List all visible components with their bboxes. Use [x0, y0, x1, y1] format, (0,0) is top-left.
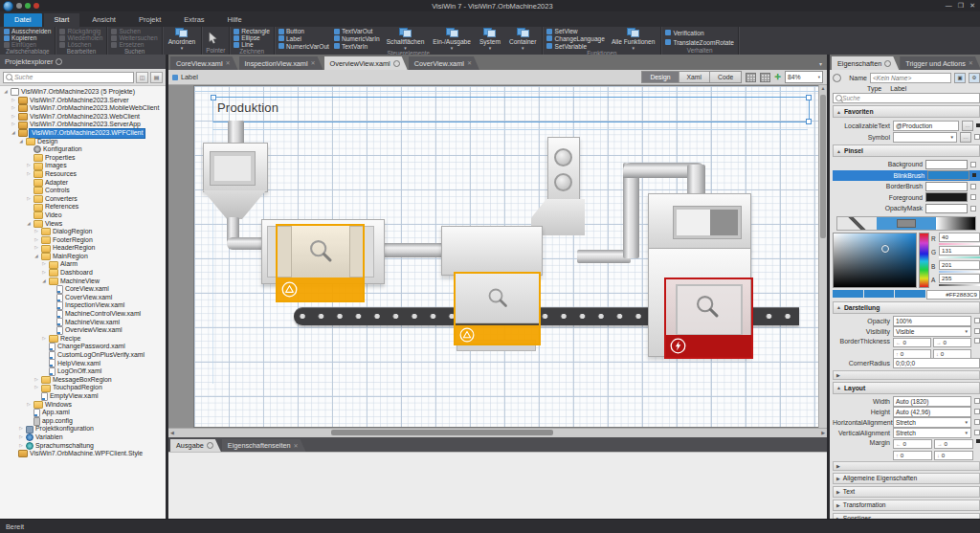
pin-icon[interactable]	[393, 60, 400, 67]
tree-item[interactable]: ▷Sprachumschaltung	[0, 442, 166, 451]
brush-swatch[interactable]	[925, 160, 968, 169]
more-properties-bar[interactable]: ▶	[833, 370, 980, 380]
doc-tab-inspectionview-xaml[interactable]: InspectionView.xaml✕	[239, 56, 323, 70]
expander-closed-icon[interactable]: ▷	[33, 376, 39, 385]
doc-tab-overviewview-xaml[interactable]: OverviewView.xaml	[324, 56, 408, 70]
show-grid-icon[interactable]	[746, 73, 756, 82]
close-icon[interactable]: ✕	[294, 443, 299, 449]
ribbon-item-setvariable[interactable]: SetVariable	[546, 43, 604, 50]
lightning-icon[interactable]	[670, 338, 686, 354]
tab-hilfe[interactable]: Hilfe	[217, 13, 253, 27]
verticalalignment-dropdown[interactable]: Stretch▼	[893, 428, 971, 438]
tree-item[interactable]: LogOnOff.xaml	[0, 367, 166, 376]
margin-top[interactable]: ↑0	[893, 451, 932, 460]
doc-tab-coverview-xaml[interactable]: CoverView.xaml✕	[409, 56, 479, 70]
tree-item[interactable]: Controls	[0, 187, 166, 195]
cornerradius-input[interactable]: 0;0;0;0	[893, 358, 980, 368]
tree-item[interactable]: InspectionView.xaml	[0, 301, 166, 310]
visibility-dropdown[interactable]: Visible▼	[893, 326, 971, 337]
tree-item[interactable]: ◢MainRegion	[0, 253, 166, 261]
tree-item[interactable]: ▷TouchpadRegion	[0, 384, 166, 392]
expander-closed-icon[interactable]: ▷	[33, 244, 39, 253]
project-explorer-header[interactable]: Projektexplorer	[0, 55, 166, 69]
ribbon-item-translatezoomrotate[interactable]: TranslateZoomRotate	[665, 39, 734, 46]
localizabletext-input[interactable]: @Production	[893, 121, 959, 131]
tree-item[interactable]: References	[0, 203, 166, 211]
expander-open-icon[interactable]: ◢	[11, 129, 16, 138]
brush-swatch[interactable]	[925, 204, 968, 213]
panel-tab-eigenschaften[interactable]: Eigenschaften	[832, 56, 899, 70]
localizabletext-browse-button[interactable]: …	[962, 121, 973, 131]
height-input[interactable]: Auto (42,96)	[893, 407, 971, 417]
tree-item[interactable]: MachineView.xaml	[0, 319, 166, 327]
project-search-input[interactable]: Suche	[3, 72, 134, 83]
gradient-brush-button[interactable]	[936, 217, 975, 230]
channel-input-g[interactable]: 131	[939, 246, 980, 255]
tree-item[interactable]: ▷Projektkonfiguration	[0, 425, 166, 433]
margin-right[interactable]: →0	[934, 439, 973, 449]
pin-icon[interactable]	[56, 58, 62, 65]
pin-icon[interactable]	[207, 442, 213, 449]
produktion-label[interactable]: Produktion	[217, 100, 278, 115]
tree-item[interactable]: EmptyView.xaml	[0, 392, 166, 401]
margin-left[interactable]: ←0	[893, 439, 932, 449]
machine-3-error-overlay[interactable]	[664, 278, 753, 359]
expander-closed-icon[interactable]: ▷	[26, 401, 32, 410]
hue-slider[interactable]	[919, 233, 929, 288]
tree-item[interactable]: ◢Views	[0, 220, 166, 229]
bottom-tab-ausgabe[interactable]: Ausgabe	[170, 439, 221, 452]
warning-triangle-icon[interactable]	[459, 327, 475, 343]
margin-bottom[interactable]: ↓0	[934, 451, 973, 460]
expander-closed-icon[interactable]: ▷	[11, 97, 16, 105]
hex-color-input[interactable]: #FF2883C9	[926, 290, 980, 300]
brush-row-blinkbrush[interactable]: BlinkBrush	[833, 170, 980, 182]
tree-item[interactable]: ▷Alarm	[0, 260, 166, 269]
opacity-input[interactable]: 100%	[893, 316, 971, 326]
search-filter-button[interactable]: ◫	[136, 72, 148, 83]
borderthickness-right[interactable]: →0	[933, 338, 971, 347]
section-pinsel[interactable]: ▲Pinsel	[833, 144, 980, 157]
tree-item[interactable]: ▷MessageBoxRegion	[0, 376, 166, 385]
tree-item[interactable]: ▷Variablen	[0, 433, 166, 442]
magnifier-icon[interactable]	[694, 293, 721, 320]
ribbon-item-rectangle[interactable]: Rectangle	[234, 28, 270, 34]
expander-closed-icon[interactable]: ▷	[26, 195, 32, 204]
tab-start[interactable]: Start	[44, 13, 80, 27]
ribbon-big-system[interactable]: System▾	[478, 28, 502, 50]
expander-closed-icon[interactable]: ▷	[41, 260, 47, 269]
snap-grid-icon[interactable]	[760, 73, 770, 82]
expander-closed-icon[interactable]: ▷	[18, 442, 24, 451]
name-input[interactable]: <Kein Name>	[870, 73, 951, 83]
breadcrumb[interactable]: Label	[181, 73, 198, 81]
tree-item[interactable]: ▷DialogRegion	[0, 228, 166, 236]
close-icon[interactable]: ✕	[969, 2, 975, 10]
tree-item[interactable]: VisiWin7.OrbMachine.WPFClient.Style	[0, 450, 166, 458]
expander-closed-icon[interactable]: ▷	[41, 335, 47, 344]
color-cursor[interactable]	[881, 245, 889, 253]
tab-extras[interactable]: Extras	[173, 13, 214, 27]
machine-2-warning-overlay[interactable]	[454, 272, 541, 345]
screen-settings-icon-button[interactable]: ⚙	[969, 73, 980, 83]
ribbon-big-schaltfl-chen[interactable]: Schaltflächen▾	[385, 28, 427, 50]
expander-open-icon[interactable]: ◢	[33, 253, 39, 261]
view-button-xaml[interactable]: Xaml	[679, 72, 711, 82]
warning-triangle-icon[interactable]	[281, 281, 298, 298]
magnifier-icon[interactable]	[486, 286, 509, 309]
close-icon[interactable]: ✕	[226, 60, 231, 66]
selection-handle[interactable]	[806, 95, 812, 100]
tree-item[interactable]: Adapter	[0, 179, 166, 188]
tree-item[interactable]: CoverView.xaml	[0, 294, 166, 302]
tree-item[interactable]: MachineControlView.xaml	[0, 310, 166, 319]
horizontalalignment-dropdown[interactable]: Stretch▼	[893, 417, 971, 428]
canvas-horizontal-scrollbar[interactable]: ◀▶	[168, 428, 827, 437]
tree-item[interactable]: ▷Resources	[0, 170, 166, 179]
bottom-tab-eigenschaftenseiten[interactable]: Eigenschaftenseiten✕	[222, 439, 306, 452]
ribbon-item-changelanguage[interactable]: ChangeLanguage	[546, 35, 604, 42]
expander-closed-icon[interactable]: ▷	[41, 269, 47, 278]
section-allgemeine-eigenschaften[interactable]: ▶Allgemeine Eigenschaften	[833, 473, 980, 485]
run-icon[interactable]	[25, 3, 31, 9]
tree-item[interactable]: ◢VisiWin7.OrbMachine2023.WPFClient	[0, 129, 166, 138]
close-icon[interactable]: ✕	[311, 60, 316, 66]
section-layout[interactable]: ▲Layout	[833, 382, 980, 394]
brush-row-foreground[interactable]: Foreground	[833, 192, 980, 204]
